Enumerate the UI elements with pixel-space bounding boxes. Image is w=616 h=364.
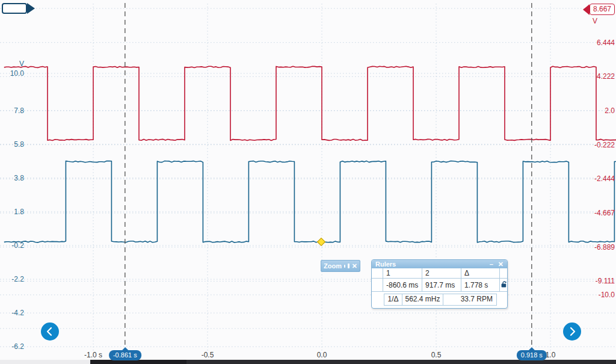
channel-a-waveform [4, 161, 616, 242]
rpm-value: 33.7 RPM [443, 294, 497, 305]
time-ruler-badge-2[interactable]: 0.918 s [517, 350, 547, 360]
ruler1-header: 1 [383, 268, 422, 279]
chevron-right-icon [563, 322, 581, 341]
frequency-value: 562.4 mHz [402, 294, 443, 305]
ruler2-value: 917.7 ms [422, 279, 461, 292]
scroll-right-button[interactable] [563, 322, 581, 341]
corner-cell [372, 268, 383, 279]
unlock-icon [500, 280, 508, 288]
rulers-table-row: -860.6 ms 917.7 ms 1.778 s [372, 279, 507, 292]
minimize-icon[interactable] [344, 265, 345, 268]
gridlines [0, 4, 616, 359]
rulers-panel: Rulers – ✕ 1 2 Δ -860.6 ms 917.7 ms 1.77… [371, 259, 508, 309]
close-icon[interactable]: ✕ [352, 263, 357, 269]
rulers-panel-titlebar[interactable]: Rulers – ✕ [372, 260, 507, 268]
scope-plot-area [0, 0, 616, 364]
restore-icon[interactable] [348, 264, 349, 268]
delta-value: 1.778 s [461, 279, 499, 292]
delta-header: Δ [461, 268, 499, 279]
zoom-panel: Zoom ✕ [321, 260, 360, 272]
ruler2-header: 2 [422, 268, 461, 279]
channel-b-waveform [4, 66, 616, 140]
row-label-cell [372, 279, 383, 292]
close-icon[interactable]: ✕ [498, 261, 504, 268]
scroll-left-button[interactable] [41, 322, 59, 341]
zoom-panel-title: Zoom [324, 262, 342, 270]
minimize-icon[interactable]: – [490, 261, 493, 268]
time-ruler-badge-1[interactable]: -0.861 s [109, 350, 141, 360]
left-arrow-icon [583, 4, 590, 15]
scrollbar-thumb[interactable] [90, 360, 616, 364]
channel-b-axis-marker[interactable]: 8.667 [583, 4, 615, 15]
horizontal-scrollbar[interactable] [0, 360, 616, 364]
ruler1-value: -860.6 ms [383, 279, 422, 292]
channel-b-axis-value: 8.667 [590, 4, 615, 15]
channel-a-axis-marker[interactable] [2, 3, 27, 14]
rulers-frequency-row: 1/Δ 562.4 mHz 33.7 RPM [384, 294, 497, 306]
chevron-left-icon [41, 322, 59, 341]
lock-column-header [499, 268, 507, 279]
rulers-panel-title: Rulers [375, 261, 485, 268]
oscilloscope-view: V 8.667 V -0.861 s 0.918 s Zoom ✕ Rulers… [0, 0, 616, 364]
inverse-delta-label: 1/Δ [384, 294, 402, 305]
ruler-lock-cell[interactable] [499, 279, 507, 292]
rulers-table-header: 1 2 Δ [372, 268, 507, 279]
